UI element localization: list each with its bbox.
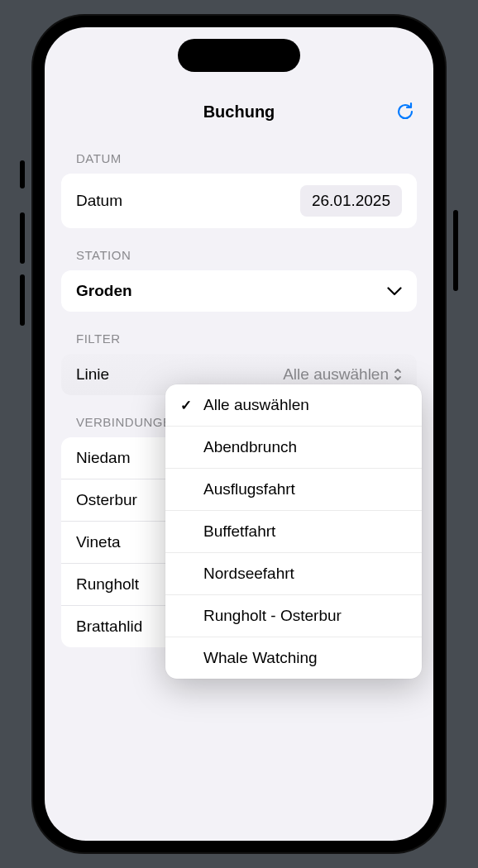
refresh-icon	[396, 102, 414, 122]
filter-field-label: Linie	[76, 365, 109, 384]
station-label: STATION	[61, 248, 417, 262]
phone-side-buttons-left	[20, 160, 25, 326]
up-down-icon	[394, 368, 402, 381]
app-content: Buchung DATUM Datum 26.01.2025 STATION	[45, 27, 433, 841]
page-title: Buchung	[203, 103, 275, 122]
station-field[interactable]: Groden	[61, 270, 417, 312]
phone-frame: Buchung DATUM Datum 26.01.2025 STATION	[33, 16, 445, 852]
dynamic-island	[178, 39, 300, 72]
dropdown-option[interactable]: Whale Watching	[165, 637, 422, 679]
phone-screen: Buchung DATUM Datum 26.01.2025 STATION	[45, 27, 433, 841]
dropdown-option[interactable]: Ausflugsfahrt	[165, 469, 422, 511]
filter-dropdown: Alle auswählen Abendbrunch Ausflugsfahrt…	[165, 384, 422, 679]
header: Buchung	[45, 92, 433, 131]
dropdown-option[interactable]: Alle auswählen	[165, 384, 422, 427]
datum-label: DATUM	[61, 151, 417, 165]
station-section: STATION Groden	[45, 248, 433, 312]
datum-value[interactable]: 26.01.2025	[300, 185, 402, 217]
volume-up-button	[20, 212, 25, 264]
phone-power-button	[453, 210, 458, 291]
chevron-down-icon	[387, 287, 402, 296]
filter-value: Alle auswählen	[283, 365, 389, 384]
filter-label: FILTER	[61, 331, 417, 346]
dropdown-option[interactable]: Nordseefahrt	[165, 553, 422, 595]
refresh-button[interactable]	[395, 102, 415, 122]
datum-field-label: Datum	[76, 192, 122, 210]
volume-down-button	[20, 274, 25, 326]
station-value: Groden	[76, 282, 132, 300]
dropdown-option[interactable]: Rungholt - Osterbur	[165, 595, 422, 637]
dropdown-option[interactable]: Buffetfahrt	[165, 511, 422, 553]
datum-field[interactable]: Datum 26.01.2025	[61, 174, 417, 228]
filter-value-wrap: Alle auswählen	[283, 365, 402, 384]
datum-section: DATUM Datum 26.01.2025	[45, 151, 433, 228]
mute-switch	[20, 160, 25, 188]
dropdown-option[interactable]: Abendbrunch	[165, 427, 422, 469]
